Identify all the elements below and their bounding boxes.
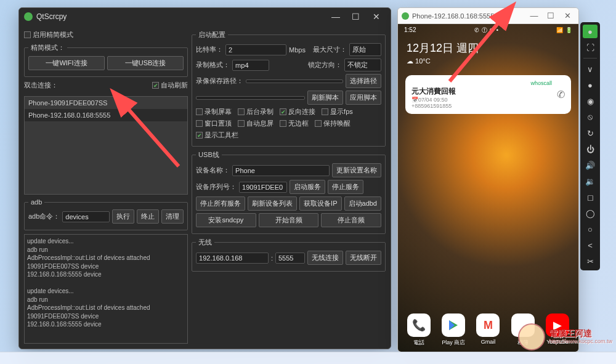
phone-titlebar[interactable]: Phone-192.168.0.168:5555 — ☐ ✕ xyxy=(398,8,578,24)
scrcpy-toolbar: ● ⛶ ∨ ● ◉ ⦸ ↻ ⏻ 🔊 🔉 ◻ ◯ ○ < ✂ xyxy=(580,22,600,270)
start-audio-button[interactable]: 开始音频 xyxy=(259,213,319,227)
toolbar-home-icon[interactable]: ● xyxy=(583,78,598,92)
toolbar-eye-off-icon[interactable]: ⦸ xyxy=(583,110,598,124)
usb-connect-button[interactable]: 一键USB连接 xyxy=(107,56,184,70)
update-devname-button[interactable]: 更新设置名称 xyxy=(332,163,381,177)
phone-mirror-window: Phone-192.168.0.168:5555 — ☐ ✕ 1:52 ✆ⓕG•… xyxy=(397,7,579,352)
phone-window-title: Phone-192.168.0.168:5555 xyxy=(412,12,527,20)
android-statusbar: 1:52 ✆ⓕG• 📶🔋 xyxy=(398,24,578,37)
toolbar-screenshot-icon[interactable]: ✂ xyxy=(583,254,598,268)
serial-select[interactable]: 19091FDEE0 xyxy=(239,182,287,193)
windows-taskbar[interactable] xyxy=(0,352,616,364)
toolbar-back-icon[interactable]: < xyxy=(583,238,598,252)
simple-mode-checkbox[interactable]: 启用精简模式 xyxy=(24,30,188,39)
wireless-connect-button[interactable]: 无线连接 xyxy=(307,251,343,265)
get-ip-button[interactable]: 获取设备IP xyxy=(299,196,341,211)
toolbar-record-icon[interactable]: ● xyxy=(583,25,598,38)
window-title: QtScrcpy xyxy=(36,12,326,21)
start-config-group: 启动配置 比特率： 2 Mbps 最大尺寸： 原始 录制格式： mp4 锁定方向… xyxy=(192,30,386,147)
toolbar-square-icon[interactable]: ◻ xyxy=(583,190,598,204)
install-sndcpy-button[interactable]: 安装sndcpy xyxy=(196,213,256,227)
show-fps-checkbox[interactable]: 显示fps xyxy=(322,107,353,116)
lockdir-select[interactable]: 不锁定 xyxy=(344,59,381,71)
watermark-face-icon xyxy=(518,323,545,350)
apply-script-button[interactable]: 应用脚本 xyxy=(346,91,381,105)
maximize-button[interactable]: ☐ xyxy=(347,12,365,22)
dblclick-label: 双击连接： xyxy=(24,81,58,90)
minimize-button[interactable]: — xyxy=(527,11,541,20)
wireless-group: 无线 192.168.0.168 : 5555 无线连接 无线断开 xyxy=(192,238,386,272)
home-date: 12月12日 週四 xyxy=(407,41,570,55)
adb-group: adb adb命令： devices 执行 终止 清理 xyxy=(24,198,188,230)
app-gmail[interactable]: MGmail xyxy=(472,313,503,347)
call-icon[interactable]: ✆ xyxy=(557,89,565,100)
record-screen-checkbox[interactable]: 录制屏幕 xyxy=(196,107,232,116)
refresh-script-button[interactable]: 刷新脚本 xyxy=(307,91,343,105)
toolbar-eye-icon[interactable]: ◉ xyxy=(583,94,598,108)
device-list[interactable]: Phone-19091FDEE007SS Phone-192.168.0.168… xyxy=(24,96,188,195)
recfmt-select[interactable]: mp4 xyxy=(232,60,269,71)
auto-refresh-checkbox[interactable]: ✔自动刷新 xyxy=(152,81,188,90)
adb-cmd-input[interactable]: devices xyxy=(62,211,110,222)
choose-path-button[interactable]: 选择路径 xyxy=(346,74,381,88)
start-service-button[interactable]: 启动服务 xyxy=(290,180,325,194)
autooff-checkbox[interactable]: 自动息屏 xyxy=(238,119,274,128)
bitrate-input[interactable]: 2 xyxy=(225,44,286,55)
maximize-button[interactable]: ☐ xyxy=(543,11,558,20)
toolbar-volume-down-icon[interactable]: 🔉 xyxy=(583,174,598,188)
adb-exec-button[interactable]: 执行 xyxy=(112,209,134,224)
toolbar-rotate-icon[interactable]: ↻ xyxy=(583,126,598,140)
stop-service-button[interactable]: 停止服务 xyxy=(328,180,363,194)
bg-record-checkbox[interactable]: 后台录制 xyxy=(238,107,274,116)
toolbar-power-icon[interactable]: ⏻ xyxy=(583,142,598,156)
close-button[interactable]: ✕ xyxy=(560,11,575,20)
adb-clear-button[interactable]: 清理 xyxy=(161,209,184,224)
svg-marker-1 xyxy=(449,320,455,330)
keepawake-checkbox[interactable]: 保持唤醒 xyxy=(315,119,351,128)
qt-titlebar[interactable]: QtScrcpy — ☐ ✕ xyxy=(19,8,391,25)
recpath-input[interactable] xyxy=(246,79,343,83)
device-item[interactable]: Phone-19091FDEE007SS xyxy=(25,97,187,109)
notification-card[interactable]: whoscall 元大消費回報 📅07/04 09:50 +8859615918… xyxy=(405,75,571,114)
simple-mode-group: 精简模式： 一键WIFI连接 一键USB连接 xyxy=(24,43,188,77)
toolbar-expand-icon[interactable]: ∨ xyxy=(583,62,598,76)
maxsize-select[interactable]: 原始 xyxy=(349,43,381,56)
usb-group: USB线 设备名称： Phone 更新设置名称 设备序列号： 19091FDEE… xyxy=(192,150,386,234)
refresh-devices-button[interactable]: 刷新设备列表 xyxy=(248,196,297,211)
toolbar-circle-icon[interactable]: ◯ xyxy=(583,206,598,220)
wireless-disconnect-button[interactable]: 无线断开 xyxy=(346,251,381,265)
close-button[interactable]: ✕ xyxy=(367,12,386,22)
app-phone[interactable]: 📞電話 xyxy=(403,313,434,347)
phone-screen[interactable]: 1:52 ✆ⓕG• 📶🔋 12月12日 週四 ☁ 10°C whoscall 元… xyxy=(398,24,578,352)
start-adbd-button[interactable]: 启动adbd xyxy=(344,196,381,211)
ip-input[interactable]: 192.168.0.168 xyxy=(196,253,269,264)
device-name-input[interactable]: Phone xyxy=(232,165,330,176)
device-item[interactable]: Phone-192.168.0.168:5555 xyxy=(25,109,187,121)
ontop-checkbox[interactable]: 窗口置顶 xyxy=(196,119,232,128)
stop-audio-button[interactable]: 停止音频 xyxy=(321,213,381,227)
app-icon xyxy=(24,12,33,21)
adb-cmd-label: adb命令： xyxy=(28,212,60,221)
qtscrcpy-window: QtScrcpy — ☐ ✕ 启用精简模式 精简模式： 一键WIFI连接 一键U… xyxy=(18,7,391,349)
stop-all-button[interactable]: 停止所有服务 xyxy=(196,196,245,211)
watermark: 電腦王阿達 https://www.kocpc.com.tw xyxy=(518,323,612,350)
script-select[interactable] xyxy=(196,96,305,100)
noborder-checkbox[interactable]: 无边框 xyxy=(280,119,309,128)
adb-stop-button[interactable]: 终止 xyxy=(137,209,159,224)
minimize-button[interactable]: — xyxy=(326,12,345,22)
show-toolbar-checkbox[interactable]: ✔显示工具栏 xyxy=(196,131,238,140)
toolbar-fullscreen-icon[interactable]: ⛶ xyxy=(583,41,598,54)
toolbar-volume-up-icon[interactable]: 🔊 xyxy=(583,158,598,172)
home-temp: ☁ 10°C xyxy=(407,57,570,65)
port-input[interactable]: 5555 xyxy=(275,253,305,264)
app-play-store[interactable]: Play 商店 xyxy=(438,313,469,347)
app-icon xyxy=(402,12,409,20)
reverse-conn-checkbox[interactable]: ✔反向连接 xyxy=(280,107,315,116)
wifi-connect-button[interactable]: 一键WIFI连接 xyxy=(28,56,105,70)
toolbar-circle-small-icon[interactable]: ○ xyxy=(583,222,598,236)
log-output[interactable]: update devices... adb run AdbProcessImpl… xyxy=(24,234,188,344)
